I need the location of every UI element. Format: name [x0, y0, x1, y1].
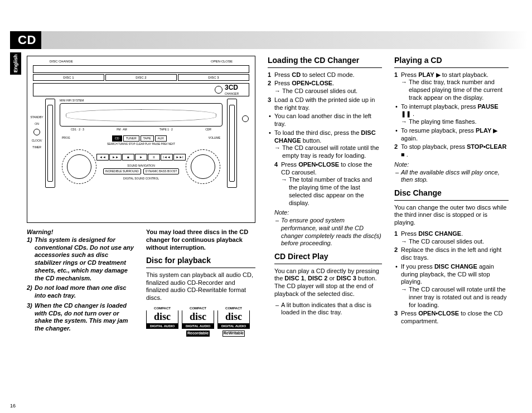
- illu-left-side: STANDBY ON CLOCK/ TIMER: [33, 99, 41, 193]
- left-column: DISC CHANGE OPEN·CLOSE DISC 1 DISC 2 DIS…: [27, 56, 255, 397]
- illu-right-knob: [186, 149, 220, 184]
- cd-logo-recordable: COMPACT disc DIGITAL AUDIO Recordable: [182, 307, 214, 337]
- change-heading: Disc Change: [394, 188, 509, 198]
- list-item: If you press DISC CHANGE again during pl…: [401, 263, 509, 309]
- list-item: You can load another disc in the left tr…: [274, 113, 382, 128]
- illu-right-speaker: [227, 99, 237, 188]
- compact-disc-icon: [215, 86, 223, 94]
- language-tab: English: [10, 52, 21, 75]
- change-intro: You can change the outer two discs while…: [394, 204, 509, 227]
- list-item: Press CD to select CD mode.: [274, 71, 382, 79]
- playing-note-label: Note:: [394, 161, 509, 169]
- illu-disc2: DISC 2: [105, 74, 177, 81]
- list-item: All the available discs will play once, …: [401, 169, 509, 184]
- warning-item: This system is designed for conventional…: [35, 236, 136, 283]
- playing-bullets: To interrupt playback, press PAUSE ❚❚ . …: [394, 103, 509, 143]
- list-item: Replace the discs in the left and right …: [401, 246, 509, 262]
- illu-left-knob: [62, 149, 96, 184]
- cd-logos: COMPACT disc DIGITAL AUDIO COMPACT disc …: [146, 307, 255, 337]
- section-header-bar: CD: [10, 31, 528, 49]
- warning-title: Warning!: [27, 229, 136, 236]
- direct-body: You can play a CD directly by pressing t…: [274, 268, 382, 298]
- content-grid: DISC CHANGE OPEN·CLOSE DISC 1 DISC 2 DIS…: [27, 56, 509, 397]
- disc-playback-block: You may load three discs in the CD chang…: [146, 229, 255, 337]
- illu-left-speaker: [45, 99, 55, 188]
- illu-sources: CD TUNER TAPE AUX: [112, 135, 167, 142]
- illu-open-close-label: OPEN·CLOSE: [211, 60, 233, 64]
- loading-bullets: You can load another disc in the left tr…: [268, 113, 382, 317]
- device-illustration: DISC CHANGE OPEN·CLOSE DISC 1 DISC 2 DIS…: [27, 56, 255, 223]
- warning-item: When the CD changer is loaded with CDs, …: [35, 302, 136, 333]
- illu-top-bar: [33, 65, 249, 73]
- illu-disc-buttons: DISC 1 DISC 2 DISC 3: [33, 74, 249, 81]
- illu-right-side: [241, 99, 249, 193]
- illu-disc3: DISC 3: [178, 74, 249, 81]
- list-item: To ensure good system performance, wait …: [281, 217, 382, 247]
- playing-steps: Press PLAY ▶ to start playback. The disc…: [394, 71, 509, 102]
- illu-visualizer: [60, 103, 223, 127]
- warning-block: Warning! This system is designed for con…: [27, 229, 136, 337]
- list-item: A lit button indicates that a disc is lo…: [281, 302, 382, 317]
- direct-notes: A lit button indicates that a disc is lo…: [274, 302, 382, 317]
- list-item: Press PLAY ▶ to start playback. The disc…: [401, 71, 509, 102]
- illu-center: MINI HIFI SYSTEM CD1 · 2 · 3 FM · AM TAP…: [60, 99, 223, 193]
- loading-note: To ensure good system performance, wait …: [274, 217, 382, 247]
- list-item: Load a CD with the printed side up in th…: [274, 96, 382, 112]
- list-item: To stop playback, press STOP•CLEAR ■ .: [401, 143, 509, 159]
- disc-playback-body: This system can playback all audio CD, f…: [146, 271, 255, 302]
- manual-page: CD English DISC CHANGE OPEN·CLOSE DISC 1…: [0, 0, 532, 413]
- section-title: CD: [10, 33, 36, 47]
- disc-playback-heading: Disc for playback: [146, 256, 255, 266]
- playing-note: All the available discs will play once, …: [394, 169, 509, 184]
- illu-disc-change-label: DISC CHANGE: [50, 60, 73, 64]
- list-item: To interrupt playback, press PAUSE ❚❚ . …: [401, 103, 509, 126]
- warning-list: This system is designed for conventional…: [27, 236, 136, 333]
- warning-item: Do not load more than one disc into each…: [35, 284, 136, 300]
- open-close-icon: [242, 115, 249, 122]
- loading-note-label: Note:: [274, 209, 382, 217]
- illu-display: 3CDCHANGER: [33, 83, 249, 96]
- loading-steps-cont: Press OPEN•CLOSE to close the CD carouse…: [274, 161, 382, 207]
- illu-transport: ◄◄ ►► ■ ► II I◄◄ ►►I: [96, 154, 186, 161]
- cd-logo-rewritable: COMPACT disc DIGITAL AUDIO ReWritable: [217, 307, 250, 337]
- load-intro: You may load three discs in the CD chang…: [146, 229, 255, 251]
- list-item: To load the third disc, press the DISC C…: [274, 129, 382, 160]
- change-steps: Press DISC CHANGE. The CD carousel slide…: [394, 230, 509, 262]
- loading-heading: Loading the CD Changer: [268, 56, 382, 66]
- change-bullets: If you press DISC CHANGE again during pl…: [394, 263, 509, 309]
- illu-3cd-text: 3CD: [225, 84, 238, 91]
- list-item: To resume playback, press PLAY ▶ again.: [401, 127, 509, 143]
- list-item: Press OPEN•CLOSE to close the CD carouse…: [281, 161, 382, 207]
- power-icon: [33, 129, 40, 135]
- page-number: 16: [10, 403, 16, 409]
- direct-heading: CD Direct Play: [274, 252, 382, 262]
- playing-steps-2: To stop playback, press STOP•CLEAR ■ .: [394, 143, 509, 159]
- list-item: Press OPEN•CLOSE to close the CD compart…: [401, 310, 509, 325]
- illu-disc1: DISC 1: [33, 74, 104, 81]
- list-item: Press OPEN•CLOSE. The CD carousel slides…: [274, 80, 382, 95]
- illu-mid: STANDBY ON CLOCK/ TIMER MINI HIFI SYSTEM…: [33, 99, 249, 193]
- playing-heading: Playing a CD: [394, 56, 509, 66]
- loading-steps: Press CD to select CD mode. Press OPEN•C…: [268, 71, 382, 112]
- change-steps-2: Press OPEN•CLOSE to close the CD compart…: [394, 310, 509, 325]
- illu-3cd-logo: 3CDCHANGER: [215, 84, 239, 95]
- cd-logo-standard: COMPACT disc DIGITAL AUDIO: [146, 307, 178, 337]
- middle-column: Loading the CD Changer Press CD to selec…: [268, 56, 382, 397]
- list-item: Press DISC CHANGE. The CD carousel slide…: [401, 230, 509, 246]
- right-column: Playing a CD Press PLAY ▶ to start playb…: [394, 56, 509, 397]
